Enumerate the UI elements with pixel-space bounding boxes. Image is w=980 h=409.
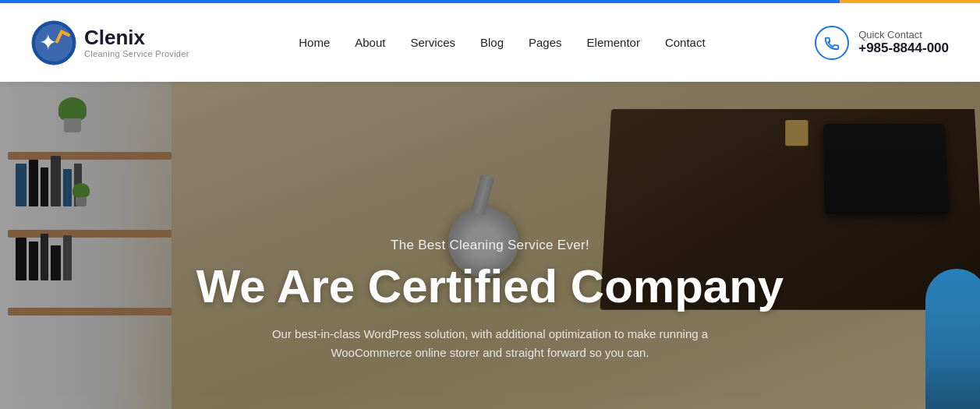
nav-services[interactable]: Services — [410, 36, 455, 49]
hero-description: Our best-in-class WordPress solution, wi… — [256, 325, 724, 362]
logo-name: Clenix — [84, 26, 189, 49]
nav-about[interactable]: About — [355, 36, 385, 49]
contact-phone: +985-8844-000 — [858, 41, 949, 56]
contact-label: Quick Contact — [858, 29, 949, 41]
svg-text:✦: ✦ — [39, 30, 57, 55]
nav-home[interactable]: Home — [299, 36, 330, 49]
hero-content: The Best Cleaning Service Ever! We Are C… — [186, 238, 794, 362]
nav-elementor[interactable]: Elementor — [587, 36, 640, 49]
contact-text: Quick Contact +985-8844-000 — [858, 29, 949, 56]
main-nav: Home About Services Blog Pages Elementor… — [299, 36, 705, 49]
top-accent-bar — [840, 0, 980, 3]
quick-contact: Quick Contact +985-8844-000 — [815, 26, 949, 60]
logo-icon: ✦ — [31, 20, 76, 65]
site-header: ✦ Clenix Cleaning Service Provider Home … — [0, 0, 980, 82]
hero-section: The Best Cleaning Service Ever! We Are C… — [0, 82, 980, 409]
nav-pages[interactable]: Pages — [529, 36, 562, 49]
phone-icon — [823, 34, 840, 51]
phone-icon-wrapper[interactable] — [815, 26, 849, 60]
logo-area[interactable]: ✦ Clenix Cleaning Service Provider — [31, 20, 189, 65]
logo-tagline: Cleaning Service Provider — [84, 49, 189, 58]
person-right — [918, 253, 980, 409]
hero-subtitle: The Best Cleaning Service Ever! — [186, 238, 794, 253]
person-body — [925, 269, 980, 409]
hero-title: We Are Certified Company — [186, 261, 794, 312]
nav-contact[interactable]: Contact — [665, 36, 706, 49]
nav-blog[interactable]: Blog — [480, 36, 504, 49]
logo-text-block: Clenix Cleaning Service Provider — [84, 26, 189, 58]
